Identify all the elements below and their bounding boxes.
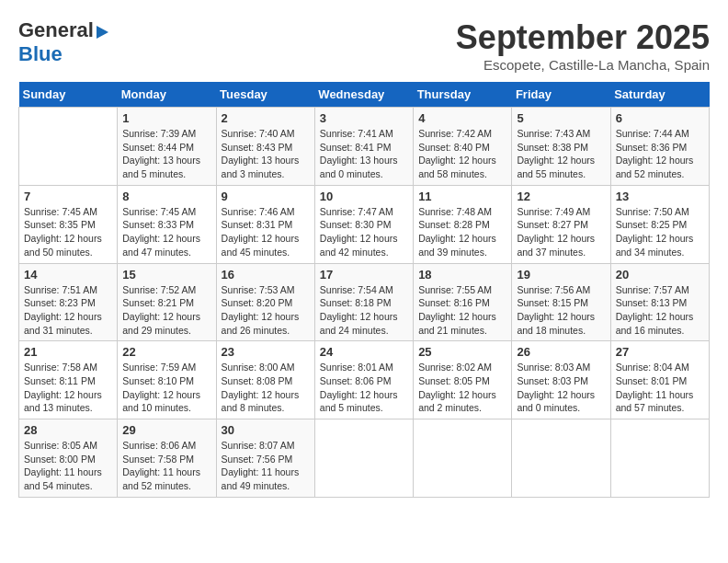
cell-info: Sunrise: 7:46 AM Sunset: 8:31 PM Dayligh… [222, 205, 310, 259]
day-number: 1 [122, 111, 210, 125]
calendar-cell: 25Sunrise: 8:02 AM Sunset: 8:05 PM Dayli… [414, 341, 512, 419]
calendar-cell: 5Sunrise: 7:43 AM Sunset: 8:38 PM Daylig… [512, 108, 610, 186]
cell-info: Sunrise: 7:59 AM Sunset: 8:10 PM Dayligh… [122, 361, 210, 415]
cell-info: Sunrise: 8:05 AM Sunset: 8:00 PM Dayligh… [24, 439, 112, 493]
week-row-3: 14Sunrise: 7:51 AM Sunset: 8:23 PM Dayli… [19, 263, 710, 341]
cell-info: Sunrise: 7:52 AM Sunset: 8:21 PM Dayligh… [122, 283, 210, 338]
cell-content: 23Sunrise: 8:00 AM Sunset: 8:08 PM Dayli… [222, 345, 310, 415]
calendar-cell: 21Sunrise: 7:58 AM Sunset: 8:11 PM Dayli… [19, 341, 118, 419]
calendar-cell [512, 419, 610, 498]
day-number: 6 [616, 111, 704, 125]
day-number: 25 [418, 345, 506, 359]
calendar-cell: 7Sunrise: 7:45 AM Sunset: 8:35 PM Daylig… [19, 185, 118, 263]
cell-info: Sunrise: 7:50 AM Sunset: 8:25 PM Dayligh… [616, 205, 704, 259]
cell-content: 13Sunrise: 7:50 AM Sunset: 8:25 PM Dayli… [616, 190, 704, 259]
calendar-cell: 4Sunrise: 7:42 AM Sunset: 8:40 PM Daylig… [414, 108, 512, 186]
calendar-cell: 18Sunrise: 7:55 AM Sunset: 8:16 PM Dayli… [414, 263, 512, 341]
calendar-cell: 15Sunrise: 7:52 AM Sunset: 8:21 PM Dayli… [118, 263, 216, 341]
day-number: 23 [222, 345, 310, 359]
cell-info: Sunrise: 7:45 AM Sunset: 8:35 PM Dayligh… [24, 205, 112, 259]
cell-content: 2Sunrise: 7:40 AM Sunset: 8:43 PM Daylig… [222, 111, 310, 181]
day-number: 15 [122, 268, 210, 282]
calendar-cell: 2Sunrise: 7:40 AM Sunset: 8:43 PM Daylig… [216, 108, 314, 186]
cell-info: Sunrise: 7:51 AM Sunset: 8:23 PM Dayligh… [24, 283, 112, 338]
cell-content: 28Sunrise: 8:05 AM Sunset: 8:00 PM Dayli… [24, 423, 112, 493]
logo-blue: Blue [18, 42, 63, 65]
day-number: 21 [24, 345, 112, 359]
header-monday: Monday [118, 82, 216, 108]
cell-info: Sunrise: 8:04 AM Sunset: 8:01 PM Dayligh… [616, 361, 704, 415]
header-wednesday: Wednesday [314, 82, 413, 108]
header-friday: Friday [512, 82, 610, 108]
calendar-header-row: SundayMondayTuesdayWednesdayThursdayFrid… [19, 82, 710, 108]
calendar-cell: 13Sunrise: 7:50 AM Sunset: 8:25 PM Dayli… [610, 185, 709, 263]
calendar-cell [414, 419, 512, 498]
cell-content: 12Sunrise: 7:49 AM Sunset: 8:27 PM Dayli… [517, 190, 605, 259]
calendar-cell: 29Sunrise: 8:06 AM Sunset: 7:58 PM Dayli… [118, 419, 216, 498]
cell-info: Sunrise: 7:39 AM Sunset: 8:44 PM Dayligh… [122, 127, 210, 181]
calendar-cell: 11Sunrise: 7:48 AM Sunset: 8:28 PM Dayli… [414, 185, 512, 263]
day-number: 14 [24, 268, 112, 282]
week-row-5: 28Sunrise: 8:05 AM Sunset: 8:00 PM Dayli… [19, 419, 710, 498]
day-number: 26 [517, 345, 605, 359]
calendar-table: SundayMondayTuesdayWednesdayThursdayFrid… [18, 82, 710, 498]
calendar-cell: 17Sunrise: 7:54 AM Sunset: 8:18 PM Dayli… [314, 263, 413, 341]
calendar-cell: 19Sunrise: 7:56 AM Sunset: 8:15 PM Dayli… [512, 263, 610, 341]
calendar-cell [314, 419, 413, 498]
cell-content: 3Sunrise: 7:41 AM Sunset: 8:41 PM Daylig… [320, 111, 408, 181]
calendar-cell: 9Sunrise: 7:46 AM Sunset: 8:31 PM Daylig… [216, 185, 314, 263]
day-number: 29 [122, 423, 210, 437]
day-number: 28 [24, 423, 112, 437]
cell-content: 19Sunrise: 7:56 AM Sunset: 8:15 PM Dayli… [517, 268, 605, 338]
cell-content: 24Sunrise: 8:01 AM Sunset: 8:06 PM Dayli… [320, 345, 408, 415]
location-text: Escopete, Castille-La Mancha, Spain [456, 57, 710, 73]
cell-info: Sunrise: 8:00 AM Sunset: 8:08 PM Dayligh… [222, 361, 310, 415]
cell-content: 9Sunrise: 7:46 AM Sunset: 8:31 PM Daylig… [222, 190, 310, 259]
cell-content: 18Sunrise: 7:55 AM Sunset: 8:16 PM Dayli… [418, 268, 506, 338]
day-number: 4 [418, 111, 506, 125]
cell-content: 30Sunrise: 8:07 AM Sunset: 7:56 PM Dayli… [222, 423, 310, 493]
day-number: 8 [122, 190, 210, 203]
day-number: 7 [24, 190, 112, 203]
cell-content: 21Sunrise: 7:58 AM Sunset: 8:11 PM Dayli… [24, 345, 112, 415]
logo: General Blue [18, 18, 108, 66]
cell-content: 4Sunrise: 7:42 AM Sunset: 8:40 PM Daylig… [418, 111, 506, 181]
week-row-1: 1Sunrise: 7:39 AM Sunset: 8:44 PM Daylig… [19, 108, 710, 186]
cell-info: Sunrise: 7:43 AM Sunset: 8:38 PM Dayligh… [517, 127, 605, 181]
cell-info: Sunrise: 7:48 AM Sunset: 8:28 PM Dayligh… [418, 205, 506, 259]
day-number: 9 [222, 190, 310, 203]
day-number: 3 [320, 111, 408, 125]
calendar-cell: 22Sunrise: 7:59 AM Sunset: 8:10 PM Dayli… [118, 341, 216, 419]
cell-content: 25Sunrise: 8:02 AM Sunset: 8:05 PM Dayli… [418, 345, 506, 415]
cell-info: Sunrise: 7:44 AM Sunset: 8:36 PM Dayligh… [616, 127, 704, 181]
cell-content: 22Sunrise: 7:59 AM Sunset: 8:10 PM Dayli… [122, 345, 210, 415]
cell-content: 5Sunrise: 7:43 AM Sunset: 8:38 PM Daylig… [517, 111, 605, 181]
cell-info: Sunrise: 7:54 AM Sunset: 8:18 PM Dayligh… [320, 283, 408, 338]
cell-info: Sunrise: 7:45 AM Sunset: 8:33 PM Dayligh… [122, 205, 210, 259]
day-number: 19 [517, 268, 605, 282]
calendar-cell [19, 108, 118, 186]
cell-info: Sunrise: 7:57 AM Sunset: 8:13 PM Dayligh… [616, 283, 704, 338]
day-number: 10 [320, 190, 408, 203]
cell-info: Sunrise: 8:02 AM Sunset: 8:05 PM Dayligh… [418, 361, 506, 415]
day-number: 27 [616, 345, 704, 359]
cell-info: Sunrise: 7:55 AM Sunset: 8:16 PM Dayligh… [418, 283, 506, 338]
page-header: General Blue September 2025 Escopete, Ca… [18, 18, 710, 73]
day-number: 20 [616, 268, 704, 282]
cell-content: 20Sunrise: 7:57 AM Sunset: 8:13 PM Dayli… [616, 268, 704, 338]
cell-content: 7Sunrise: 7:45 AM Sunset: 8:35 PM Daylig… [24, 190, 112, 259]
cell-content: 10Sunrise: 7:47 AM Sunset: 8:30 PM Dayli… [320, 190, 408, 259]
cell-info: Sunrise: 7:41 AM Sunset: 8:41 PM Dayligh… [320, 127, 408, 181]
cell-info: Sunrise: 8:06 AM Sunset: 7:58 PM Dayligh… [122, 439, 210, 493]
cell-content: 8Sunrise: 7:45 AM Sunset: 8:33 PM Daylig… [122, 190, 210, 259]
calendar-cell: 8Sunrise: 7:45 AM Sunset: 8:33 PM Daylig… [118, 185, 216, 263]
header-thursday: Thursday [414, 82, 512, 108]
day-number: 2 [222, 111, 310, 125]
cell-content: 1Sunrise: 7:39 AM Sunset: 8:44 PM Daylig… [122, 111, 210, 181]
cell-content: 17Sunrise: 7:54 AM Sunset: 8:18 PM Dayli… [320, 268, 408, 338]
cell-info: Sunrise: 7:56 AM Sunset: 8:15 PM Dayligh… [517, 283, 605, 338]
cell-content: 27Sunrise: 8:04 AM Sunset: 8:01 PM Dayli… [616, 345, 704, 415]
calendar-cell: 6Sunrise: 7:44 AM Sunset: 8:36 PM Daylig… [610, 108, 709, 186]
cell-info: Sunrise: 7:58 AM Sunset: 8:11 PM Dayligh… [24, 361, 112, 415]
day-number: 24 [320, 345, 408, 359]
